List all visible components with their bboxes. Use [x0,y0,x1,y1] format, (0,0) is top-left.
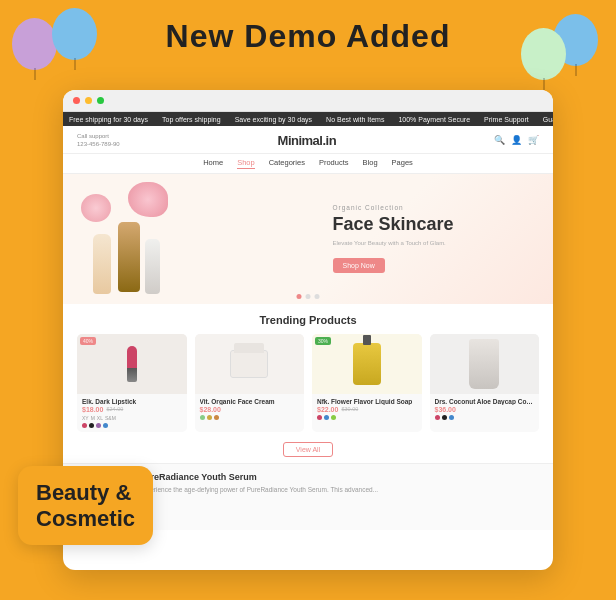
browser-chrome [63,90,553,112]
product-card-1[interactable]: 40% Elk. Dark Lipstick $18.00 $24.00 XYM… [77,334,187,432]
announce-item: Save exciting by 30 days [235,116,312,123]
product-image-2 [195,334,305,394]
product-price-2: $28.00 [200,406,221,413]
color-option[interactable] [214,415,219,420]
view-all-button[interactable]: View All [283,442,333,457]
hero-dot-3[interactable] [315,294,320,299]
product-price-1: $18.00 [82,406,103,413]
hero-dot-2[interactable] [306,294,311,299]
support-info: Call support 123-456-789-90 [77,132,120,149]
cart-icon[interactable]: 🛒 [528,135,539,145]
product-card-2[interactable]: Vit. Organic Face Cream $28.00 [195,334,305,432]
product-price-row-2: $28.00 [200,406,300,413]
color-option[interactable] [82,423,87,428]
header-icons: 🔍 👤 🛒 [494,135,539,145]
hero-cta-button[interactable]: Shop Now [333,258,385,273]
hero-image-area [63,174,333,304]
color-option[interactable] [442,415,447,420]
color-option[interactable] [207,415,212,420]
product-price-4: $36.00 [435,406,456,413]
product-price-row-1: $18.00 $24.00 [82,406,182,413]
beauty-cosmetic-badge: Beauty & Cosmetic [18,466,153,545]
product-name-3: Nfk. Flower Flavor Liquid Soap [317,398,417,405]
announcement-bar: Free shipping for 30 days Top offers shi… [63,112,553,126]
product-name-4: Drs. Coconut Aloe Daycap Cosmetic [435,398,535,405]
hero-flower-2 [81,194,111,222]
color-option[interactable] [103,423,108,428]
hero-content: Organic Collection Face Skincare Elevate… [333,204,554,273]
close-icon[interactable] [73,97,80,104]
hero-subtitle: Organic Collection [333,204,540,211]
product-badge-3: 30% [315,337,331,345]
announce-item: 100% Payment Secure [398,116,470,123]
product-image-3: 30% [312,334,422,394]
maximize-icon[interactable] [97,97,104,104]
color-option[interactable] [324,415,329,420]
product-price-3: $22.00 [317,406,338,413]
product-name-1: Elk. Dark Lipstick [82,398,182,405]
search-icon[interactable]: 🔍 [494,135,505,145]
nav-products[interactable]: Products [319,158,349,169]
color-option[interactable] [200,415,205,420]
announce-item: Top offers shipping [162,116,221,123]
color-option[interactable] [89,423,94,428]
product-info-2: Vit. Organic Face Cream $28.00 [195,394,305,424]
trending-section: Trending Products 40% Elk. Dark Lipstick… [63,304,553,463]
nav-shop[interactable]: Shop [237,158,255,169]
product-colors-2 [200,415,300,420]
cream-shape [230,350,268,378]
product-info-3: Nfk. Flower Flavor Liquid Soap $22.00 $3… [312,394,422,424]
product-image-1: 40% [77,334,187,394]
balloon-1 [12,18,57,70]
site-header: Call support 123-456-789-90 Minimal.in 🔍… [63,126,553,154]
nav-blog[interactable]: Blog [363,158,378,169]
view-all-wrapper: View All [77,438,539,457]
soap-shape [353,343,381,385]
color-option[interactable] [317,415,322,420]
minimize-icon[interactable] [85,97,92,104]
product-colors-1 [82,423,182,428]
site-logo[interactable]: Minimal.in [278,133,337,148]
product-card-4[interactable]: Drs. Coconut Aloe Daycap Cosmetic $36.00 [430,334,540,432]
product-name-2: Vit. Organic Face Cream [200,398,300,405]
hero-bottle-3 [145,239,160,294]
product-sizes-1: XYMXLS&M [82,415,182,421]
bottom-product-info: PureRadiance Youth Serum Experience the … [139,472,539,494]
support-number: 123-456-789-90 [77,140,120,148]
support-label: Call support [77,132,120,140]
announce-item: Guaranteed up for 30 days [543,116,553,123]
color-option[interactable] [435,415,440,420]
nav-pages[interactable]: Pages [392,158,413,169]
product-colors-3 [317,415,417,420]
hero-dot-1[interactable] [297,294,302,299]
main-nav: Home Shop Categories Products Blog Pages [63,154,553,174]
hero-bottle-2 [118,222,140,292]
product-colors-4 [435,415,535,420]
hero-title: Face Skincare [333,214,540,236]
announce-item: Free shipping for 30 days [69,116,148,123]
nav-categories[interactable]: Categories [269,158,305,169]
product-old-price-1: $24.00 [106,406,123,412]
color-option[interactable] [96,423,101,428]
product-card-3[interactable]: 30% Nfk. Flower Flavor Liquid Soap $22.0… [312,334,422,432]
lipstick-shape [127,346,137,382]
beauty-badge-line1: Beauty & [36,480,135,505]
beauty-badge-line2: Cosmetic [36,506,135,531]
hero-dots [297,294,320,299]
product-badge-1: 40% [80,337,96,345]
product-info-4: Drs. Coconut Aloe Daycap Cosmetic $36.00 [430,394,540,424]
hero-bottle-1 [93,234,111,294]
bottom-product-name: PureRadiance Youth Serum [139,472,539,482]
nav-home[interactable]: Home [203,158,223,169]
balloon-4 [521,28,566,80]
announce-item: No Best with Items [326,116,384,123]
user-icon[interactable]: 👤 [511,135,522,145]
products-grid: 40% Elk. Dark Lipstick $18.00 $24.00 XYM… [77,334,539,432]
hero-flower-1 [128,182,168,217]
trending-title: Trending Products [77,314,539,326]
color-option[interactable] [449,415,454,420]
color-option[interactable] [331,415,336,420]
hero-description: Elevate Your Beauty with a Touch of Glam… [333,240,540,246]
product-info-1: Elk. Dark Lipstick $18.00 $24.00 XYMXLS&… [77,394,187,432]
cosmetic-shape [469,339,499,389]
